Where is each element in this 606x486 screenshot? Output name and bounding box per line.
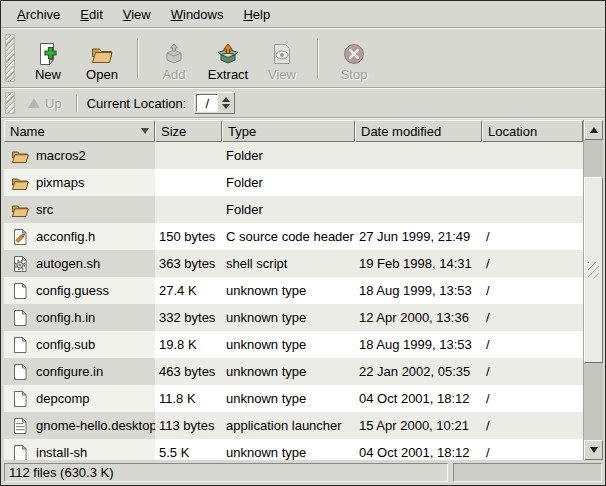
- doc-icon: [11, 336, 29, 354]
- status-message: 112 files (630.3 K): [4, 463, 448, 482]
- status-progress-area: [453, 463, 602, 482]
- table-row[interactable]: config.sub 19.8 K unknown type 18 Aug 19…: [4, 331, 583, 358]
- file-name: acconfig.h: [36, 229, 95, 244]
- combobox-dropdown-button[interactable]: [218, 94, 233, 112]
- file-date-cell: 12 Apr 2000, 13:36: [355, 304, 482, 331]
- table-row[interactable]: config.h.in 332 bytes unknown type 12 Ap…: [4, 304, 583, 331]
- file-location-cell: /: [482, 358, 583, 385]
- scrollbar-up-button[interactable]: [584, 120, 603, 140]
- toolbar: New Open Add Extract: [1, 29, 605, 87]
- new-archive-icon: [36, 42, 60, 66]
- extract-button[interactable]: Extract: [201, 33, 255, 83]
- file-roller-window: Archive Edit View Windows Help New Open: [0, 0, 606, 486]
- add-button[interactable]: Add: [147, 33, 201, 83]
- folder-icon: [11, 174, 29, 192]
- file-location-cell: /: [482, 277, 583, 304]
- file-size-cell: [155, 196, 222, 223]
- toolbar-separator: [317, 38, 319, 78]
- table-row[interactable]: src Folder: [4, 196, 583, 223]
- folder-icon: [11, 201, 29, 219]
- menu-edit[interactable]: Edit: [70, 3, 112, 26]
- table-row[interactable]: autogen.sh 363 bytes shell script 19 Feb…: [4, 250, 583, 277]
- new-button[interactable]: New: [21, 33, 75, 83]
- menu-view[interactable]: View: [113, 3, 161, 26]
- file-location-cell: /: [482, 331, 583, 358]
- vertical-scrollbar[interactable]: [583, 120, 603, 460]
- file-date-cell: 04 Oct 2001, 18:12: [355, 385, 482, 412]
- doc-icon: [11, 390, 29, 408]
- file-name-cell: gnome-hello.desktop: [4, 412, 155, 439]
- file-date-cell: [355, 196, 482, 223]
- file-size-cell: 5.5 K: [155, 439, 222, 460]
- up-button[interactable]: Up: [21, 94, 69, 113]
- file-size-cell: 27.4 K: [155, 277, 222, 304]
- column-header-type[interactable]: Type: [222, 120, 355, 142]
- stop-button-label: Stop: [341, 67, 368, 82]
- table-row[interactable]: config.guess 27.4 K unknown type 18 Aug …: [4, 277, 583, 304]
- file-name-cell: config.h.in: [4, 304, 155, 331]
- menu-archive[interactable]: Archive: [7, 3, 70, 26]
- scrollbar-down-button[interactable]: [584, 440, 603, 460]
- column-header-date-modified-label: Date modified: [361, 124, 441, 139]
- file-type-cell: unknown type: [222, 439, 355, 460]
- view-button-label: View: [268, 67, 296, 82]
- file-name: src: [36, 202, 53, 217]
- table-row[interactable]: gnome-hello.desktop 113 bytes applicatio…: [4, 412, 583, 439]
- file-name-cell: config.sub: [4, 331, 155, 358]
- scrollbar-track[interactable]: [584, 140, 603, 440]
- file-date-cell: [355, 142, 482, 169]
- file-location-cell: /: [482, 223, 583, 250]
- toolbar-separator: [137, 38, 139, 78]
- column-header-type-label: Type: [228, 124, 256, 139]
- view-eye-icon: [270, 42, 294, 66]
- menu-help[interactable]: Help: [233, 3, 280, 26]
- file-name-cell: acconfig.h: [4, 223, 155, 250]
- file-type-cell: Folder: [222, 196, 355, 223]
- file-location-cell: [482, 142, 583, 169]
- table-row[interactable]: install-sh 5.5 K unknown type 04 Oct 200…: [4, 439, 583, 460]
- stop-button[interactable]: Stop: [327, 33, 381, 83]
- file-size-cell: 363 bytes: [155, 250, 222, 277]
- view-button[interactable]: View: [255, 33, 309, 83]
- table-row[interactable]: depcomp 11.8 K unknown type 04 Oct 2001,…: [4, 385, 583, 412]
- file-size-cell: 113 bytes: [155, 412, 222, 439]
- file-name: gnome-hello.desktop: [36, 418, 155, 433]
- table-body: macros2 Folder pixmaps Folder src Folder…: [4, 142, 583, 460]
- open-folder-icon: [90, 42, 114, 66]
- folder-icon: [11, 147, 29, 165]
- column-header-date-modified[interactable]: Date modified: [355, 120, 482, 142]
- table-row[interactable]: macros2 Folder: [4, 142, 583, 169]
- table-row[interactable]: pixmaps Folder: [4, 169, 583, 196]
- extract-button-label: Extract: [208, 67, 248, 82]
- table-row[interactable]: configure.in 463 bytes unknown type 22 J…: [4, 358, 583, 385]
- file-type-cell: unknown type: [222, 331, 355, 358]
- file-name: depcomp: [36, 391, 89, 406]
- file-name-cell: depcomp: [4, 385, 155, 412]
- menu-windows[interactable]: Windows: [161, 3, 234, 26]
- location-bar-separator: [76, 94, 78, 112]
- scroll-up-icon: [590, 127, 598, 133]
- file-type-cell: unknown type: [222, 277, 355, 304]
- file-name: configure.in: [36, 364, 103, 379]
- doc-icon: [11, 282, 29, 300]
- scrollbar-thumb[interactable]: [584, 177, 603, 363]
- file-name: pixmaps: [36, 175, 84, 190]
- table-row[interactable]: acconfig.h 150 bytes C source code heade…: [4, 223, 583, 250]
- file-date-cell: 04 Oct 2001, 18:12: [355, 439, 482, 460]
- file-location-cell: [482, 196, 583, 223]
- file-date-cell: 18 Aug 1999, 13:53: [355, 277, 482, 304]
- open-button[interactable]: Open: [75, 33, 129, 83]
- column-header-size[interactable]: Size: [155, 120, 222, 142]
- column-header-location[interactable]: Location: [482, 120, 583, 142]
- file-location-cell: /: [482, 412, 583, 439]
- column-header-name[interactable]: Name: [4, 120, 155, 142]
- column-header-location-label: Location: [488, 124, 537, 139]
- toolbar-drag-handle[interactable]: [5, 34, 15, 82]
- status-bar: 112 files (630.3 K): [4, 463, 602, 482]
- location-bar-drag-handle[interactable]: [5, 92, 15, 114]
- file-size-cell: 332 bytes: [155, 304, 222, 331]
- file-size-cell: [155, 142, 222, 169]
- up-button-label: Up: [45, 96, 62, 111]
- file-location-cell: /: [482, 439, 583, 460]
- location-combobox[interactable]: /: [194, 92, 235, 114]
